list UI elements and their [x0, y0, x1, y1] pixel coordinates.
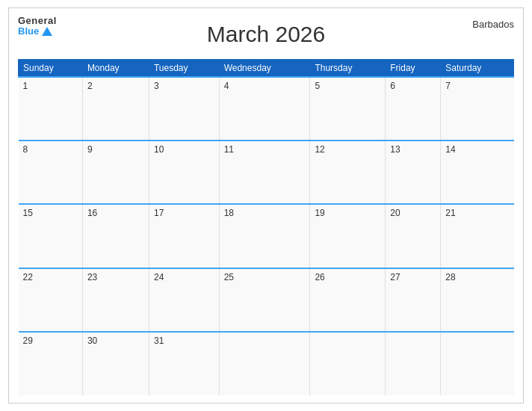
day-number: 5 — [315, 81, 320, 91]
day-number: 4 — [224, 81, 229, 91]
day-number: 21 — [445, 208, 455, 218]
day-number: 24 — [154, 272, 164, 282]
day-number: 19 — [315, 208, 324, 218]
calendar-cell: 17 — [149, 204, 219, 268]
calendar-cell: 12 — [310, 140, 386, 204]
logo-triangle-icon — [42, 27, 52, 36]
day-number: 31 — [154, 336, 164, 346]
calendar-cell: 25 — [219, 268, 310, 332]
calendar-cell: 26 — [310, 268, 386, 332]
calendar-cell: 5 — [310, 77, 386, 140]
calendar-week-row: 15161718192021 — [19, 204, 514, 268]
calendar-grid: Sunday Monday Tuesday Wednesday Thursday… — [18, 59, 514, 395]
calendar-cell: 6 — [386, 77, 441, 140]
calendar-week-row: 293031 — [19, 332, 514, 395]
calendar-cell: 20 — [386, 204, 441, 268]
header-monday: Monday — [82, 60, 149, 78]
calendar-week-row: 891011121314 — [19, 140, 514, 204]
header-tuesday: Tuesday — [149, 60, 219, 78]
calendar-title: March 2026 — [207, 22, 325, 47]
calendar-cell: 15 — [19, 204, 83, 268]
calendar-cell: 8 — [19, 140, 83, 204]
day-number: 27 — [390, 272, 400, 282]
day-number: 25 — [224, 272, 234, 282]
day-number: 6 — [390, 81, 395, 91]
calendar-cell: 10 — [149, 140, 219, 204]
calendar-cell: 13 — [386, 140, 441, 204]
calendar-cell: 27 — [386, 268, 441, 332]
day-number: 20 — [390, 208, 400, 218]
header-thursday: Thursday — [310, 60, 386, 78]
logo-general-text: General — [18, 16, 57, 26]
calendar-cell: 23 — [82, 268, 149, 332]
calendar-week-row: 22232425262728 — [19, 268, 514, 332]
header-saturday: Saturday — [441, 60, 514, 78]
calendar-cell: 3 — [149, 77, 219, 140]
calendar-cell: 11 — [219, 140, 310, 204]
calendar-cell: 31 — [149, 332, 219, 395]
calendar-header: General Blue March 2026 Barbados — [18, 16, 514, 53]
calendar-cell: 29 — [19, 332, 83, 395]
day-number: 18 — [224, 208, 234, 218]
day-number: 14 — [445, 144, 455, 155]
day-number: 8 — [23, 144, 28, 155]
day-number: 17 — [154, 208, 164, 218]
calendar-cell: 7 — [441, 77, 514, 140]
calendar-cell — [441, 332, 514, 395]
calendar-cell: 22 — [19, 268, 83, 332]
calendar-cell: 14 — [441, 140, 514, 204]
day-number: 16 — [87, 208, 97, 218]
logo-blue-row: Blue — [18, 26, 57, 37]
day-number: 2 — [87, 81, 93, 91]
day-number: 22 — [23, 272, 33, 282]
calendar-cell — [310, 332, 386, 395]
calendar-cell: 18 — [219, 204, 310, 268]
calendar-cell: 30 — [82, 332, 149, 395]
day-number: 11 — [224, 144, 234, 155]
logo-blue-text: Blue — [18, 26, 39, 37]
header-sunday: Sunday — [19, 60, 83, 78]
country-label: Barbados — [472, 19, 514, 30]
calendar: General Blue March 2026 Barbados Sunday … — [8, 7, 524, 404]
header-friday: Friday — [386, 60, 441, 78]
day-number: 23 — [87, 272, 97, 282]
day-number: 1 — [23, 81, 28, 91]
logo: General Blue — [18, 16, 57, 37]
day-number: 30 — [87, 336, 97, 346]
day-number: 28 — [445, 272, 455, 282]
day-number: 10 — [154, 144, 164, 155]
day-number: 3 — [154, 81, 159, 91]
day-number: 26 — [315, 272, 324, 282]
calendar-cell: 28 — [441, 268, 514, 332]
day-number: 7 — [445, 81, 451, 91]
day-number: 12 — [315, 144, 324, 155]
day-number: 9 — [87, 144, 93, 155]
day-number: 29 — [23, 336, 33, 346]
weekday-header-row: Sunday Monday Tuesday Wednesday Thursday… — [19, 60, 514, 78]
calendar-cell: 16 — [82, 204, 149, 268]
calendar-cell: 21 — [441, 204, 514, 268]
calendar-cell: 2 — [82, 77, 149, 140]
calendar-cell — [219, 332, 310, 395]
calendar-cell — [386, 332, 441, 395]
calendar-cell: 19 — [310, 204, 386, 268]
header-wednesday: Wednesday — [219, 60, 310, 78]
calendar-cell: 9 — [82, 140, 149, 204]
calendar-week-row: 1234567 — [19, 77, 514, 140]
day-number: 13 — [390, 144, 400, 155]
day-number: 15 — [23, 208, 33, 218]
calendar-cell: 24 — [149, 268, 219, 332]
calendar-cell: 1 — [19, 77, 83, 140]
calendar-cell: 4 — [219, 77, 310, 140]
